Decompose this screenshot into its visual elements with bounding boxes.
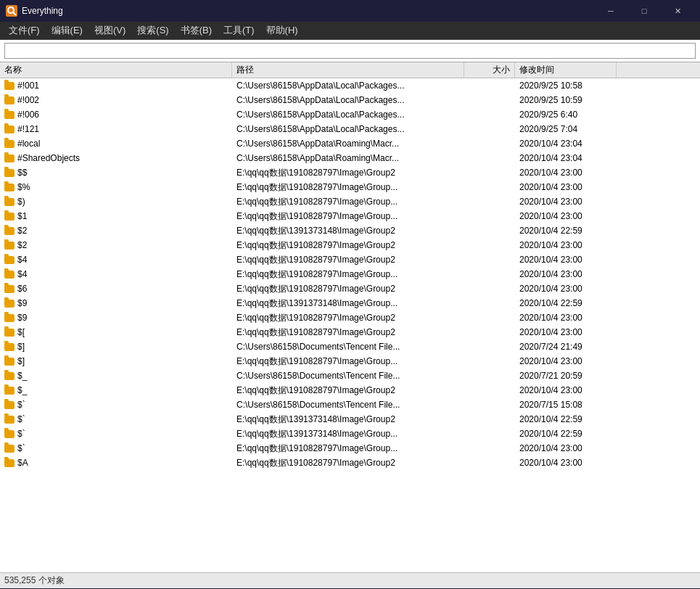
table-row[interactable]: $1E:\qq\qq数据\1910828797\Image\Group...20… xyxy=(0,209,700,223)
table-row[interactable]: #!001C:\Users\86158\AppData\Local\Packag… xyxy=(0,78,700,93)
cell-path: E:\qq\qq数据\1391373148\Image\Group... xyxy=(232,297,464,310)
table-row[interactable]: $`E:\qq\qq数据\1910828797\Image\Group...20… xyxy=(0,441,700,456)
folder-icon xyxy=(4,430,15,438)
file-name: $4 xyxy=(17,269,27,279)
file-list[interactable]: #!001C:\Users\86158\AppData\Local\Packag… xyxy=(0,78,700,572)
cell-name: $) xyxy=(0,196,232,207)
table-row[interactable]: $[E:\qq\qq数据\1910828797\Image\Group22020… xyxy=(0,325,700,339)
cell-path: C:\Users\86158\AppData\Roaming\Macr... xyxy=(232,152,464,164)
folder-icon xyxy=(4,372,15,380)
table-row[interactable]: #!006C:\Users\86158\AppData\Local\Packag… xyxy=(0,107,700,122)
table-row[interactable]: $$E:\qq\qq数据\1910828797\Image\Group22020… xyxy=(0,165,700,180)
cell-path: E:\qq\qq数据\1391373148\Image\Group... xyxy=(232,427,464,441)
file-name: #!121 xyxy=(17,124,39,134)
table-row[interactable]: $4E:\qq\qq数据\1910828797\Image\Group...20… xyxy=(0,267,700,281)
cell-path: E:\qq\qq数据\1910828797\Image\Group2 xyxy=(232,166,464,180)
status-bar: 535,255 个对象 xyxy=(0,572,700,588)
cell-size xyxy=(464,273,515,275)
table-row[interactable]: $_C:\Users\86158\Documents\Tencent File.… xyxy=(0,368,700,383)
table-row[interactable]: $4E:\qq\qq数据\1910828797\Image\Group22020… xyxy=(0,252,700,267)
table-row[interactable]: #!121C:\Users\86158\AppData\Local\Packag… xyxy=(0,122,700,136)
cell-name: $_ xyxy=(0,384,232,396)
cell-path: C:\Users\86158\Documents\Tencent File... xyxy=(232,370,464,382)
folder-icon xyxy=(4,459,15,467)
file-name: $2 xyxy=(17,226,27,236)
table-row[interactable]: $AE:\qq\qq数据\1910828797\Image\Group22020… xyxy=(0,456,700,470)
menu-bar: 文件(F)编辑(E)视图(V)搜索(S)书签(B)工具(T)帮助(H) xyxy=(0,22,700,40)
file-name: $9 xyxy=(17,298,27,308)
col-header-name[interactable]: 名称 xyxy=(0,62,232,78)
menu-item-t[interactable]: 工具(T) xyxy=(218,22,260,39)
table-row[interactable]: $]E:\qq\qq数据\1910828797\Image\Group...20… xyxy=(0,354,700,368)
cell-path: E:\qq\qq数据\1910828797\Image\Group... xyxy=(232,181,464,194)
folder-icon xyxy=(4,358,15,366)
folder-icon xyxy=(4,125,15,133)
menu-item-s[interactable]: 搜索(S) xyxy=(131,22,174,39)
table-row[interactable]: $`C:\Users\86158\Documents\Tencent File.… xyxy=(0,398,700,412)
menu-item-f[interactable]: 文件(F) xyxy=(3,22,46,39)
table-row[interactable]: $9E:\qq\qq数据\1910828797\Image\Group22020… xyxy=(0,310,700,325)
cell-name: $2 xyxy=(0,225,232,236)
cell-size xyxy=(464,419,515,420)
folder-icon xyxy=(4,445,15,453)
cell-size xyxy=(464,172,515,173)
cell-path: E:\qq\qq数据\1910828797\Image\Group... xyxy=(232,195,464,209)
table-row[interactable]: #localC:\Users\86158\AppData\Roaming\Mac… xyxy=(0,136,700,151)
menu-item-b[interactable]: 书签(B) xyxy=(175,22,218,39)
table-row[interactable]: $`E:\qq\qq数据\1391373148\Image\Group22020… xyxy=(0,412,700,427)
folder-icon xyxy=(4,329,15,337)
folder-icon xyxy=(4,285,15,293)
main-content: 名称 路径 大小 修改时间 #!001C:\Users\86158\AppDat… xyxy=(0,62,700,572)
search-input[interactable] xyxy=(4,43,696,59)
file-name: $2 xyxy=(17,240,27,250)
table-row[interactable]: $9E:\qq\qq数据\1391373148\Image\Group...20… xyxy=(0,296,700,310)
folder-icon xyxy=(4,416,15,424)
file-name: #!001 xyxy=(17,81,39,91)
table-row[interactable]: $2E:\qq\qq数据\1910828797\Image\Group22020… xyxy=(0,238,700,252)
cell-size xyxy=(464,128,515,130)
cell-modified: 2020/10/4 23:04 xyxy=(515,152,617,164)
table-row[interactable]: #SharedObjectsC:\Users\86158\AppData\Roa… xyxy=(0,151,700,165)
cell-modified: 2020/10/4 23:00 xyxy=(515,283,617,294)
cell-path: E:\qq\qq数据\1910828797\Image\Group2 xyxy=(232,282,464,296)
cell-size xyxy=(464,230,515,231)
cell-size xyxy=(464,462,515,464)
table-row[interactable]: $2E:\qq\qq数据\1391373148\Image\Group22020… xyxy=(0,223,700,238)
minimize-button[interactable]: ─ xyxy=(594,0,627,22)
cell-size xyxy=(464,244,515,246)
cell-modified: 2020/10/4 23:00 xyxy=(515,384,617,396)
table-row[interactable]: #!002C:\Users\86158\AppData\Local\Packag… xyxy=(0,93,700,107)
folder-icon xyxy=(4,343,15,351)
table-row[interactable]: $]C:\Users\86158\Documents\Tencent File.… xyxy=(0,339,700,354)
file-name: #local xyxy=(17,139,40,149)
menu-item-h[interactable]: 帮助(H) xyxy=(260,22,304,39)
cell-path: E:\qq\qq数据\1910828797\Image\Group2 xyxy=(232,326,464,339)
table-row[interactable]: $%E:\qq\qq数据\1910828797\Image\Group...20… xyxy=(0,180,700,194)
cell-name: $] xyxy=(0,341,232,353)
table-row[interactable]: $6E:\qq\qq数据\1910828797\Image\Group22020… xyxy=(0,281,700,296)
maximize-button[interactable]: □ xyxy=(627,0,661,22)
close-button[interactable]: ✕ xyxy=(661,0,694,22)
table-row[interactable]: $)E:\qq\qq数据\1910828797\Image\Group...20… xyxy=(0,194,700,209)
table-row[interactable]: $_E:\qq\qq数据\1910828797\Image\Group22020… xyxy=(0,383,700,398)
file-name: $_ xyxy=(17,385,27,395)
col-header-size[interactable]: 大小 xyxy=(464,62,515,78)
cell-path: C:\Users\86158\Documents\Tencent File... xyxy=(232,399,464,411)
cell-size xyxy=(464,346,515,347)
window-controls: ─ □ ✕ xyxy=(594,0,694,22)
cell-path: C:\Users\86158\AppData\Local\Packages... xyxy=(232,109,464,120)
file-name: $_ xyxy=(17,371,27,381)
cell-size xyxy=(464,404,515,405)
file-name: #SharedObjects xyxy=(17,153,80,163)
cell-modified: 2020/10/4 23:00 xyxy=(515,239,617,251)
menu-item-e[interactable]: 编辑(E) xyxy=(46,22,88,39)
folder-icon xyxy=(4,242,15,250)
cell-name: #!001 xyxy=(0,80,232,91)
table-row[interactable]: $`E:\qq\qq数据\1391373148\Image\Group...20… xyxy=(0,427,700,441)
cell-modified: 2020/9/25 6:40 xyxy=(515,109,617,120)
col-header-path[interactable]: 路径 xyxy=(232,62,464,78)
file-name: $` xyxy=(17,429,25,439)
folder-icon xyxy=(4,155,15,162)
menu-item-v[interactable]: 视图(V) xyxy=(88,22,131,39)
col-header-modified[interactable]: 修改时间 xyxy=(515,62,617,78)
